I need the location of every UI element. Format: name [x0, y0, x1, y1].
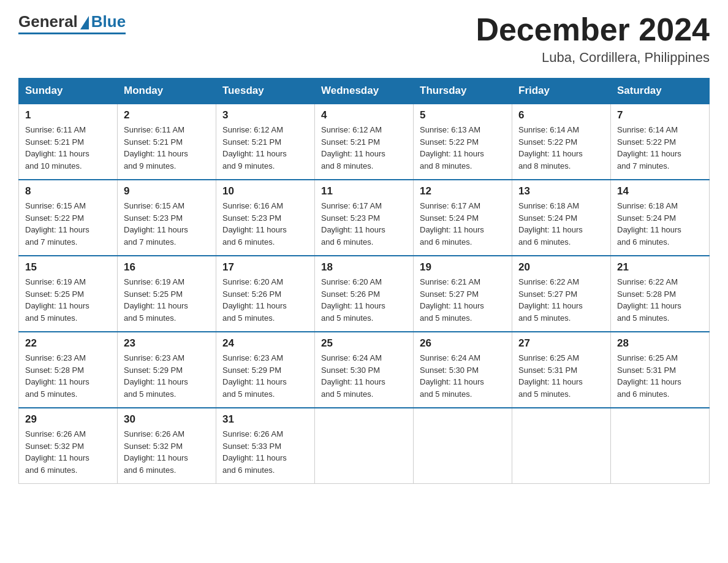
- calendar-cell: 29Sunrise: 6:26 AMSunset: 5:32 PMDayligh…: [19, 408, 118, 484]
- day-info: Sunrise: 6:18 AMSunset: 5:24 PMDaylight:…: [617, 200, 703, 248]
- header-monday: Monday: [118, 79, 216, 104]
- page-header: General Blue December 2024 Luba, Cordill…: [18, 12, 710, 66]
- day-info: Sunrise: 6:11 AMSunset: 5:21 PMDaylight:…: [25, 124, 111, 172]
- day-number: 15: [25, 261, 111, 274]
- calendar-cell: [611, 408, 710, 484]
- logo-blue-text: Blue: [91, 12, 126, 31]
- calendar-cell: 16Sunrise: 6:19 AMSunset: 5:25 PMDayligh…: [118, 256, 216, 332]
- calendar-cell: 27Sunrise: 6:25 AMSunset: 5:31 PMDayligh…: [512, 332, 611, 408]
- calendar-cell: 14Sunrise: 6:18 AMSunset: 5:24 PMDayligh…: [611, 180, 710, 256]
- day-number: 21: [617, 261, 703, 274]
- calendar-header-row: SundayMondayTuesdayWednesdayThursdayFrid…: [19, 79, 710, 104]
- logo-triangle-icon: [80, 16, 89, 29]
- day-number: 6: [518, 109, 604, 121]
- header-friday: Friday: [512, 79, 611, 104]
- calendar-cell: 2Sunrise: 6:11 AMSunset: 5:21 PMDaylight…: [118, 104, 216, 180]
- calendar-week-3: 15Sunrise: 6:19 AMSunset: 5:25 PMDayligh…: [19, 256, 710, 332]
- day-info: Sunrise: 6:23 AMSunset: 5:28 PMDaylight:…: [25, 352, 111, 400]
- calendar-cell: 8Sunrise: 6:15 AMSunset: 5:22 PMDaylight…: [19, 180, 118, 256]
- day-info: Sunrise: 6:23 AMSunset: 5:29 PMDaylight:…: [124, 352, 210, 400]
- calendar-cell: 15Sunrise: 6:19 AMSunset: 5:25 PMDayligh…: [19, 256, 118, 332]
- day-number: 23: [124, 337, 210, 350]
- day-info: Sunrise: 6:16 AMSunset: 5:23 PMDaylight:…: [222, 200, 308, 248]
- day-number: 22: [25, 337, 111, 350]
- calendar-cell: 30Sunrise: 6:26 AMSunset: 5:32 PMDayligh…: [118, 408, 216, 484]
- header-thursday: Thursday: [414, 79, 512, 104]
- calendar-cell: 31Sunrise: 6:26 AMSunset: 5:33 PMDayligh…: [216, 408, 315, 484]
- calendar-cell: 22Sunrise: 6:23 AMSunset: 5:28 PMDayligh…: [19, 332, 118, 408]
- day-info: Sunrise: 6:26 AMSunset: 5:32 PMDaylight:…: [25, 428, 111, 476]
- calendar-cell: 10Sunrise: 6:16 AMSunset: 5:23 PMDayligh…: [216, 180, 315, 256]
- day-info: Sunrise: 6:21 AMSunset: 5:27 PMDaylight:…: [420, 276, 506, 324]
- calendar-cell: [414, 408, 512, 484]
- calendar-cell: 1Sunrise: 6:11 AMSunset: 5:21 PMDaylight…: [19, 104, 118, 180]
- day-number: 13: [518, 185, 604, 197]
- logo-general-text: General: [18, 12, 78, 31]
- day-number: 7: [617, 109, 703, 121]
- day-info: Sunrise: 6:22 AMSunset: 5:28 PMDaylight:…: [617, 276, 703, 324]
- logo: General Blue: [18, 12, 126, 34]
- day-info: Sunrise: 6:14 AMSunset: 5:22 PMDaylight:…: [617, 124, 703, 172]
- header-saturday: Saturday: [611, 79, 710, 104]
- day-number: 18: [321, 261, 407, 274]
- calendar-cell: 5Sunrise: 6:13 AMSunset: 5:22 PMDaylight…: [414, 104, 512, 180]
- day-info: Sunrise: 6:12 AMSunset: 5:21 PMDaylight:…: [222, 124, 308, 172]
- day-info: Sunrise: 6:18 AMSunset: 5:24 PMDaylight:…: [518, 200, 604, 248]
- calendar-cell: 4Sunrise: 6:12 AMSunset: 5:21 PMDaylight…: [315, 104, 414, 180]
- calendar-cell: 28Sunrise: 6:25 AMSunset: 5:31 PMDayligh…: [611, 332, 710, 408]
- logo-underline: [18, 33, 126, 34]
- day-number: 16: [124, 261, 210, 274]
- day-info: Sunrise: 6:20 AMSunset: 5:26 PMDaylight:…: [321, 276, 407, 324]
- location-text: Luba, Cordillera, Philippines: [476, 50, 710, 66]
- day-number: 30: [124, 413, 210, 426]
- calendar-cell: 7Sunrise: 6:14 AMSunset: 5:22 PMDaylight…: [611, 104, 710, 180]
- day-number: 1: [25, 109, 111, 121]
- day-info: Sunrise: 6:26 AMSunset: 5:33 PMDaylight:…: [222, 428, 308, 476]
- calendar-cell: 3Sunrise: 6:12 AMSunset: 5:21 PMDaylight…: [216, 104, 315, 180]
- calendar-cell: 17Sunrise: 6:20 AMSunset: 5:26 PMDayligh…: [216, 256, 315, 332]
- day-number: 26: [420, 337, 506, 350]
- header-tuesday: Tuesday: [216, 79, 315, 104]
- calendar-cell: [315, 408, 414, 484]
- day-info: Sunrise: 6:19 AMSunset: 5:25 PMDaylight:…: [25, 276, 111, 324]
- day-number: 10: [222, 185, 308, 197]
- day-number: 19: [420, 261, 506, 274]
- day-number: 31: [222, 413, 308, 426]
- day-info: Sunrise: 6:17 AMSunset: 5:23 PMDaylight:…: [321, 200, 407, 248]
- day-number: 25: [321, 337, 407, 350]
- calendar-cell: [512, 408, 611, 484]
- day-info: Sunrise: 6:14 AMSunset: 5:22 PMDaylight:…: [518, 124, 604, 172]
- calendar-week-4: 22Sunrise: 6:23 AMSunset: 5:28 PMDayligh…: [19, 332, 710, 408]
- day-info: Sunrise: 6:12 AMSunset: 5:21 PMDaylight:…: [321, 124, 407, 172]
- calendar-cell: 26Sunrise: 6:24 AMSunset: 5:30 PMDayligh…: [414, 332, 512, 408]
- day-number: 11: [321, 185, 407, 197]
- month-title: December 2024: [476, 12, 710, 47]
- day-number: 5: [420, 109, 506, 121]
- day-number: 3: [222, 109, 308, 121]
- day-info: Sunrise: 6:24 AMSunset: 5:30 PMDaylight:…: [420, 352, 506, 400]
- calendar-cell: 19Sunrise: 6:21 AMSunset: 5:27 PMDayligh…: [414, 256, 512, 332]
- calendar-cell: 13Sunrise: 6:18 AMSunset: 5:24 PMDayligh…: [512, 180, 611, 256]
- day-number: 29: [25, 413, 111, 426]
- day-info: Sunrise: 6:24 AMSunset: 5:30 PMDaylight:…: [321, 352, 407, 400]
- day-number: 14: [617, 185, 703, 197]
- day-number: 27: [518, 337, 604, 350]
- day-info: Sunrise: 6:17 AMSunset: 5:24 PMDaylight:…: [420, 200, 506, 248]
- day-info: Sunrise: 6:13 AMSunset: 5:22 PMDaylight:…: [420, 124, 506, 172]
- calendar-table: SundayMondayTuesdayWednesdayThursdayFrid…: [18, 78, 710, 484]
- calendar-week-5: 29Sunrise: 6:26 AMSunset: 5:32 PMDayligh…: [19, 408, 710, 484]
- calendar-cell: 11Sunrise: 6:17 AMSunset: 5:23 PMDayligh…: [315, 180, 414, 256]
- day-number: 12: [420, 185, 506, 197]
- header-sunday: Sunday: [19, 79, 118, 104]
- day-number: 20: [518, 261, 604, 274]
- calendar-cell: 18Sunrise: 6:20 AMSunset: 5:26 PMDayligh…: [315, 256, 414, 332]
- day-info: Sunrise: 6:23 AMSunset: 5:29 PMDaylight:…: [222, 352, 308, 400]
- header-wednesday: Wednesday: [315, 79, 414, 104]
- calendar-cell: 6Sunrise: 6:14 AMSunset: 5:22 PMDaylight…: [512, 104, 611, 180]
- day-number: 2: [124, 109, 210, 121]
- day-info: Sunrise: 6:15 AMSunset: 5:22 PMDaylight:…: [25, 200, 111, 248]
- day-number: 9: [124, 185, 210, 197]
- day-info: Sunrise: 6:25 AMSunset: 5:31 PMDaylight:…: [617, 352, 703, 400]
- day-info: Sunrise: 6:15 AMSunset: 5:23 PMDaylight:…: [124, 200, 210, 248]
- day-info: Sunrise: 6:26 AMSunset: 5:32 PMDaylight:…: [124, 428, 210, 476]
